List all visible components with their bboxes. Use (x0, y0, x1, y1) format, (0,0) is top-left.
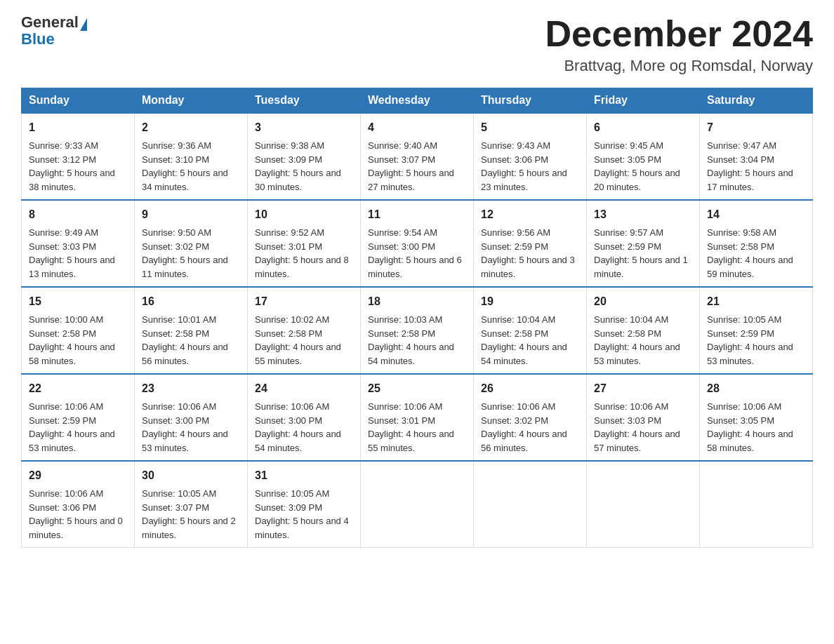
location-text: Brattvag, More og Romsdal, Norway (545, 57, 813, 75)
day-daylight: Daylight: 5 hours and 1 minute. (594, 255, 688, 279)
table-row: 15 Sunrise: 10:00 AM Sunset: 2:58 PM Day… (22, 287, 135, 374)
col-sunday: Sunday (22, 88, 135, 114)
day-sunrise: Sunrise: 9:56 AM (481, 227, 550, 238)
table-row: 5 Sunrise: 9:43 AM Sunset: 3:06 PM Dayli… (474, 113, 587, 200)
table-row: 10 Sunrise: 9:52 AM Sunset: 3:01 PM Dayl… (248, 200, 361, 287)
table-row: 22 Sunrise: 10:06 AM Sunset: 2:59 PM Day… (22, 374, 135, 461)
table-row (361, 461, 474, 548)
day-daylight: Daylight: 5 hours and 11 minutes. (142, 255, 228, 279)
table-row: 12 Sunrise: 9:56 AM Sunset: 2:59 PM Dayl… (474, 200, 587, 287)
day-sunrise: Sunrise: 9:49 AM (29, 227, 98, 238)
day-daylight: Daylight: 4 hours and 53 minutes. (142, 429, 228, 453)
day-daylight: Daylight: 4 hours and 55 minutes. (368, 429, 454, 453)
day-sunrise: Sunrise: 9:50 AM (142, 227, 211, 238)
table-row: 11 Sunrise: 9:54 AM Sunset: 3:00 PM Dayl… (361, 200, 474, 287)
day-sunset: Sunset: 3:00 PM (142, 415, 209, 426)
day-number: 29 (29, 467, 127, 484)
day-sunset: Sunset: 3:06 PM (29, 502, 96, 513)
col-friday: Friday (587, 88, 700, 114)
table-row: 2 Sunrise: 9:36 AM Sunset: 3:10 PM Dayli… (135, 113, 248, 200)
day-sunset: Sunset: 2:58 PM (255, 328, 322, 339)
day-sunset: Sunset: 3:07 PM (142, 502, 209, 513)
col-tuesday: Tuesday (248, 88, 361, 114)
day-daylight: Daylight: 5 hours and 0 minutes. (29, 516, 123, 540)
day-sunrise: Sunrise: 10:06 AM (29, 401, 103, 412)
day-daylight: Daylight: 5 hours and 2 minutes. (142, 516, 236, 540)
calendar-header-row: Sunday Monday Tuesday Wednesday Thursday… (22, 88, 813, 114)
day-sunrise: Sunrise: 10:04 AM (481, 314, 555, 325)
day-sunset: Sunset: 3:02 PM (142, 241, 209, 252)
day-number: 6 (594, 119, 692, 136)
day-sunset: Sunset: 2:58 PM (594, 328, 661, 339)
table-row: 19 Sunrise: 10:04 AM Sunset: 2:58 PM Day… (474, 287, 587, 374)
day-sunrise: Sunrise: 9:36 AM (142, 140, 211, 151)
day-daylight: Daylight: 4 hours and 57 minutes. (594, 429, 680, 453)
day-sunset: Sunset: 2:58 PM (142, 328, 209, 339)
calendar-table: Sunday Monday Tuesday Wednesday Thursday… (21, 88, 813, 548)
day-sunset: Sunset: 2:58 PM (29, 328, 96, 339)
day-daylight: Daylight: 5 hours and 4 minutes. (255, 516, 349, 540)
day-number: 9 (142, 206, 240, 223)
day-daylight: Daylight: 4 hours and 53 minutes. (594, 342, 680, 366)
day-number: 23 (142, 380, 240, 397)
day-number: 5 (481, 119, 579, 136)
day-daylight: Daylight: 5 hours and 20 minutes. (594, 168, 680, 192)
day-daylight: Daylight: 4 hours and 58 minutes. (707, 429, 793, 453)
day-sunset: Sunset: 3:09 PM (255, 502, 322, 513)
table-row: 31 Sunrise: 10:05 AM Sunset: 3:09 PM Day… (248, 461, 361, 548)
day-sunset: Sunset: 2:59 PM (29, 415, 96, 426)
day-sunrise: Sunrise: 10:06 AM (481, 401, 555, 412)
month-title: December 2024 (545, 14, 813, 54)
title-block: December 2024 Brattvag, More og Romsdal,… (545, 14, 813, 75)
day-sunset: Sunset: 3:12 PM (29, 154, 96, 165)
col-monday: Monday (135, 88, 248, 114)
day-number: 18 (368, 293, 466, 310)
table-row: 27 Sunrise: 10:06 AM Sunset: 3:03 PM Day… (587, 374, 700, 461)
day-sunrise: Sunrise: 9:45 AM (594, 140, 663, 151)
day-number: 27 (594, 380, 692, 397)
day-number: 17 (255, 293, 353, 310)
day-sunset: Sunset: 2:58 PM (481, 328, 548, 339)
day-daylight: Daylight: 5 hours and 27 minutes. (368, 168, 454, 192)
day-number: 20 (594, 293, 692, 310)
day-daylight: Daylight: 5 hours and 30 minutes. (255, 168, 341, 192)
day-sunrise: Sunrise: 10:05 AM (255, 488, 329, 499)
table-row: 14 Sunrise: 9:58 AM Sunset: 2:58 PM Dayl… (700, 200, 813, 287)
day-sunrise: Sunrise: 9:33 AM (29, 140, 98, 151)
day-sunset: Sunset: 3:03 PM (29, 241, 96, 252)
day-number: 31 (255, 467, 353, 484)
day-sunrise: Sunrise: 9:52 AM (255, 227, 324, 238)
day-number: 2 (142, 119, 240, 136)
day-number: 14 (707, 206, 805, 223)
day-daylight: Daylight: 5 hours and 17 minutes. (707, 168, 793, 192)
day-daylight: Daylight: 4 hours and 54 minutes. (368, 342, 454, 366)
day-sunrise: Sunrise: 10:02 AM (255, 314, 329, 325)
table-row (700, 461, 813, 548)
day-sunrise: Sunrise: 9:38 AM (255, 140, 324, 151)
calendar-week-1: 1 Sunrise: 9:33 AM Sunset: 3:12 PM Dayli… (22, 113, 813, 200)
day-sunrise: Sunrise: 10:01 AM (142, 314, 216, 325)
day-sunrise: Sunrise: 9:57 AM (594, 227, 663, 238)
day-sunrise: Sunrise: 10:06 AM (368, 401, 442, 412)
day-sunrise: Sunrise: 9:47 AM (707, 140, 776, 151)
col-wednesday: Wednesday (361, 88, 474, 114)
logo-general-text: General (21, 13, 79, 31)
table-row: 7 Sunrise: 9:47 AM Sunset: 3:04 PM Dayli… (700, 113, 813, 200)
calendar-week-5: 29 Sunrise: 10:06 AM Sunset: 3:06 PM Day… (22, 461, 813, 548)
day-sunset: Sunset: 3:02 PM (481, 415, 548, 426)
day-daylight: Daylight: 4 hours and 59 minutes. (707, 255, 793, 279)
day-number: 22 (29, 380, 127, 397)
day-daylight: Daylight: 4 hours and 53 minutes. (707, 342, 793, 366)
day-number: 19 (481, 293, 579, 310)
logo-blue-text: Blue (21, 30, 55, 48)
logo-line2: Blue (21, 31, 55, 48)
table-row: 13 Sunrise: 9:57 AM Sunset: 2:59 PM Dayl… (587, 200, 700, 287)
day-daylight: Daylight: 4 hours and 54 minutes. (481, 342, 567, 366)
day-number: 13 (594, 206, 692, 223)
day-sunrise: Sunrise: 10:00 AM (29, 314, 103, 325)
day-daylight: Daylight: 4 hours and 58 minutes. (29, 342, 115, 366)
day-daylight: Daylight: 4 hours and 56 minutes. (481, 429, 567, 453)
day-sunrise: Sunrise: 10:06 AM (29, 488, 103, 499)
day-number: 12 (481, 206, 579, 223)
col-saturday: Saturday (700, 88, 813, 114)
